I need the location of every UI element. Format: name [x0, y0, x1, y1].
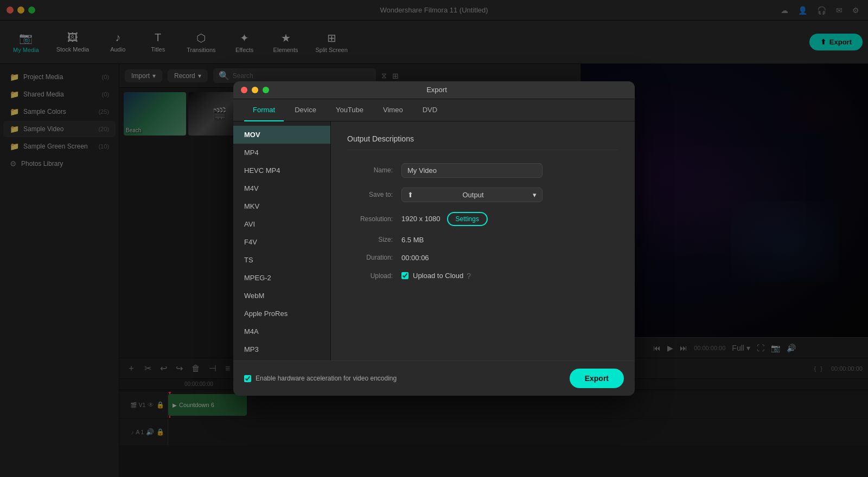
export-final-button[interactable]: Export [570, 369, 624, 388]
output-size-row: Size: 6.5 MB [347, 236, 618, 244]
output-duration-row: Duration: 00:00:06 [347, 254, 618, 262]
output-name-row: Name: [347, 163, 618, 178]
format-item-webm[interactable]: WebM [233, 287, 330, 305]
modal-body: MOV MP4 HEVC MP4 M4V MKV AVI F4V TS MPEG… [233, 121, 635, 360]
format-item-m4a[interactable]: M4A [233, 323, 330, 340]
hw-acceleration-row: Enable hardware acceleration for video e… [244, 375, 397, 382]
format-item-m4v[interactable]: M4V [233, 179, 330, 197]
resolution-value: 1920 x 1080 [401, 215, 441, 223]
modal-overlay: Export Format Device YouTube Vimeo DVD M… [0, 0, 868, 477]
hw-accel-label: Enable hardware acceleration for video e… [256, 375, 397, 382]
resolution-label: Resolution: [347, 215, 401, 223]
upload-label: Upload: [347, 272, 401, 280]
size-label: Size: [347, 236, 401, 243]
tab-dvd[interactable]: DVD [414, 99, 446, 121]
save-to-icon: ⬆ [407, 191, 413, 199]
chevron-down-icon: ▾ [533, 191, 537, 199]
format-list: MOV MP4 HEVC MP4 M4V MKV AVI F4V TS MPEG… [233, 121, 331, 360]
save-to-select[interactable]: ⬆ Output ▾ [401, 188, 542, 202]
tab-format[interactable]: Format [244, 99, 284, 121]
size-value: 6.5 MB [401, 236, 424, 244]
tab-device[interactable]: Device [286, 99, 325, 121]
settings-button[interactable]: Settings [447, 212, 488, 226]
modal-title: Export [273, 86, 600, 94]
modal-titlebar: Export [233, 81, 635, 99]
hw-accel-checkbox[interactable] [244, 375, 251, 382]
modal-maximize-button[interactable] [263, 87, 269, 93]
name-input[interactable] [401, 163, 542, 178]
duration-label: Duration: [347, 254, 401, 261]
format-item-mkv[interactable]: MKV [233, 197, 330, 215]
format-item-hevc-mp4[interactable]: HEVC MP4 [233, 162, 330, 179]
duration-value: 00:00:06 [401, 254, 429, 262]
tab-vimeo[interactable]: Vimeo [374, 99, 412, 121]
format-item-ts[interactable]: TS [233, 251, 330, 269]
format-item-mp3[interactable]: MP3 [233, 340, 330, 358]
export-modal: Export Format Device YouTube Vimeo DVD M… [233, 81, 635, 396]
output-save-to-row: Save to: ⬆ Output ▾ [347, 188, 618, 202]
help-icon[interactable]: ? [467, 272, 471, 280]
upload-to-cloud-label: Upload to Cloud [413, 272, 463, 280]
modal-tabs: Format Device YouTube Vimeo DVD [233, 99, 635, 121]
format-item-mp4[interactable]: MP4 [233, 144, 330, 162]
modal-minimize-button[interactable] [252, 87, 258, 93]
upload-to-cloud-checkbox[interactable] [401, 272, 409, 279]
output-resolution-row: Resolution: 1920 x 1080 Settings [347, 212, 618, 226]
output-upload-row: Upload: Upload to Cloud ? [347, 272, 618, 280]
save-to-label: Save to: [347, 191, 401, 198]
output-descriptions-title: Output Descriptions [347, 134, 618, 150]
modal-footer: Enable hardware acceleration for video e… [233, 360, 635, 396]
tab-youtube[interactable]: YouTube [327, 99, 372, 121]
format-details: Output Descriptions Name: Save to: ⬆ Out… [331, 121, 635, 360]
modal-close-button[interactable] [241, 87, 247, 93]
format-item-mpeg2[interactable]: MPEG-2 [233, 269, 330, 287]
format-item-mov[interactable]: MOV [233, 126, 330, 144]
format-item-apple-prores[interactable]: Apple ProRes [233, 305, 330, 323]
format-item-f4v[interactable]: F4V [233, 233, 330, 251]
format-item-avi[interactable]: AVI [233, 215, 330, 233]
name-label: Name: [347, 166, 401, 174]
